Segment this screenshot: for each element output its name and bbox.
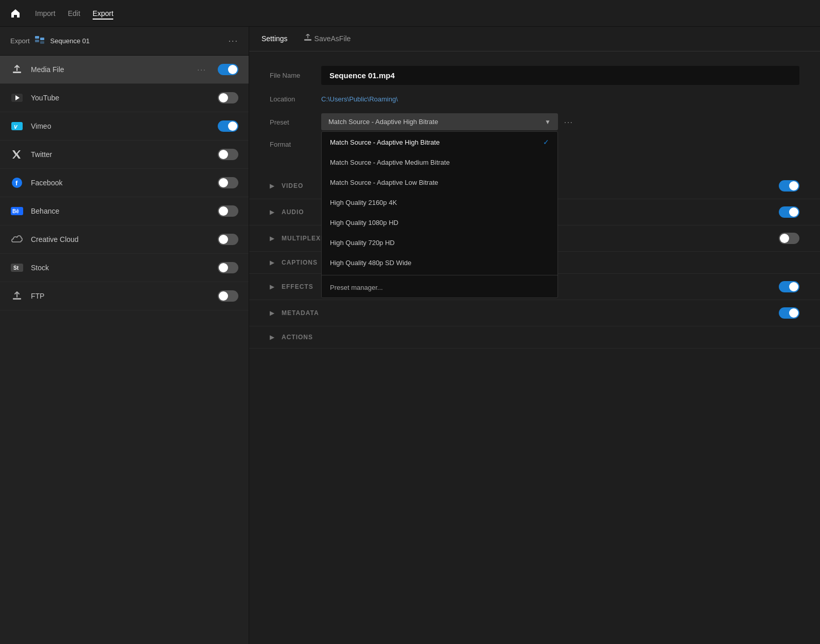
sidebar-item-behance[interactable]: Bē Behance	[0, 197, 249, 225]
twitter-icon	[10, 148, 24, 161]
preset-option-label: High Quality 1080p HD	[330, 219, 398, 227]
svg-text:f: f	[15, 179, 18, 187]
actions-section-label: ACTIONS	[282, 334, 313, 341]
sidebar-export-label: Export	[10, 37, 30, 45]
section-actions[interactable]: ▶ ACTIONS	[249, 326, 820, 349]
location-row: Location C:\Users\Public\Roaming\	[270, 95, 799, 103]
creative-cloud-toggle[interactable]	[218, 234, 238, 245]
tab-save-as-file[interactable]: SaveAsFile	[304, 34, 351, 44]
facebook-toggle[interactable]	[218, 177, 238, 188]
home-icon[interactable]	[8, 6, 23, 21]
audio-section-label: AUDIO	[282, 208, 304, 216]
preset-manager-item[interactable]: Preset manager...	[322, 277, 557, 298]
sequence-name: Sequence 01	[50, 37, 90, 45]
media-file-dots[interactable]: ···	[197, 65, 206, 74]
svg-rect-16	[304, 39, 311, 41]
effects-section-label: EFFECTS	[282, 283, 313, 290]
chevron-down-icon: ▼	[545, 118, 551, 126]
video-chevron-icon: ▶	[270, 182, 274, 189]
preset-option-adaptive-medium[interactable]: Match Source - Adaptive Medium Bitrate	[322, 152, 557, 172]
preset-option-label: Match Source - Adaptive Medium Bitrate	[330, 159, 450, 166]
preset-option-label: High Quality 2160p 4K	[330, 199, 397, 206]
audio-chevron-icon: ▶	[270, 208, 274, 216]
svg-text:St: St	[13, 265, 19, 271]
sidebar-item-ftp[interactable]: FTP	[0, 282, 249, 310]
preset-option-adaptive-low[interactable]: Match Source - Adaptive Low Bitrate	[322, 172, 557, 193]
section-metadata[interactable]: ▶ METADATA	[249, 300, 820, 326]
format-label: Format	[270, 141, 321, 148]
behance-icon: Bē	[10, 204, 24, 218]
behance-toggle[interactable]	[218, 205, 238, 217]
check-icon: ✓	[543, 138, 549, 146]
metadata-toggle[interactable]	[779, 307, 799, 319]
svg-rect-2	[40, 38, 44, 40]
svg-rect-15	[13, 298, 21, 300]
settings-form: File Name Location C:\Users\Public\Roami…	[249, 51, 820, 173]
location-link[interactable]: C:\Users\Public\Roaming\	[321, 95, 398, 103]
preset-options-dots[interactable]: ···	[564, 118, 573, 126]
svg-text:Bē: Bē	[12, 208, 19, 214]
svg-rect-4	[13, 72, 21, 73]
svg-rect-1	[35, 40, 39, 42]
media-file-label: Media File	[31, 65, 190, 74]
nav-import[interactable]: Import	[35, 7, 56, 20]
nav-edit[interactable]: Edit	[68, 7, 80, 20]
sidebar-item-media-file[interactable]: Media File ···	[0, 56, 249, 84]
preset-row: Preset Match Source - Adaptive High Bitr…	[270, 113, 799, 130]
video-toggle[interactable]	[779, 180, 799, 192]
behance-label: Behance	[31, 207, 211, 215]
ftp-label: FTP	[31, 292, 211, 300]
effects-toggle[interactable]	[779, 281, 799, 292]
metadata-section-label: METADATA	[282, 309, 319, 317]
creative-cloud-icon	[10, 233, 24, 246]
dropdown-divider	[322, 275, 557, 275]
sidebar-item-vimeo[interactable]: v Vimeo	[0, 112, 249, 141]
tab-settings[interactable]: Settings	[261, 34, 288, 44]
svg-rect-3	[40, 41, 44, 44]
preset-dropdown-trigger[interactable]: Match Source - Adaptive High Bitrate ▼	[321, 113, 558, 130]
twitter-toggle[interactable]	[218, 149, 238, 160]
audio-toggle[interactable]	[779, 206, 799, 218]
sidebar-item-twitter[interactable]: Twitter	[0, 141, 249, 169]
sidebar-header-dots[interactable]: ···	[229, 37, 238, 46]
location-value: C:\Users\Public\Roaming\	[321, 95, 799, 103]
media-file-toggle[interactable]	[218, 64, 238, 75]
save-as-label: SaveAsFile	[315, 34, 351, 43]
metadata-chevron-icon: ▶	[270, 309, 274, 317]
preset-option-720p[interactable]: High Quality 720p HD	[322, 233, 557, 253]
effects-chevron-icon: ▶	[270, 283, 274, 290]
sidebar-item-youtube[interactable]: YouTube	[0, 84, 249, 112]
stock-toggle[interactable]	[218, 262, 238, 273]
vimeo-label: Vimeo	[31, 122, 211, 130]
vimeo-toggle[interactable]	[218, 120, 238, 132]
creative-cloud-label: Creative Cloud	[31, 235, 211, 243]
actions-chevron-icon: ▶	[270, 334, 274, 341]
sequence-icon	[35, 36, 45, 46]
panel-tabs: Settings SaveAsFile	[249, 27, 820, 51]
ftp-toggle[interactable]	[218, 290, 238, 302]
stock-label: Stock	[31, 264, 211, 272]
preset-option-1080p[interactable]: High Quality 1080p HD	[322, 213, 557, 233]
svg-rect-0	[35, 36, 39, 39]
upload-icon	[10, 63, 24, 76]
youtube-icon	[10, 91, 24, 105]
multiplexer-chevron-icon: ▶	[270, 235, 274, 242]
preset-option-4k[interactable]: High Quality 2160p 4K	[322, 193, 557, 213]
preset-value: Match Source - Adaptive High Bitrate ▼ ·…	[321, 113, 799, 130]
sidebar: Export Sequence 01 ··· Media File	[0, 27, 249, 644]
main-layout: Export Sequence 01 ··· Media File	[0, 27, 820, 644]
multiplexer-toggle[interactable]	[779, 233, 799, 244]
sidebar-item-stock[interactable]: St Stock	[0, 254, 249, 282]
preset-option-adaptive-high[interactable]: Match Source - Adaptive High Bitrate ✓	[322, 132, 557, 152]
file-name-input[interactable]	[321, 66, 799, 85]
twitter-label: Twitter	[31, 150, 211, 159]
preset-option-label: Match Source - Adaptive Low Bitrate	[330, 179, 438, 186]
sidebar-item-creative-cloud[interactable]: Creative Cloud	[0, 225, 249, 254]
youtube-toggle[interactable]	[218, 92, 238, 103]
nav-export[interactable]: Export	[93, 7, 113, 20]
sidebar-item-facebook[interactable]: f Facebook	[0, 169, 249, 197]
location-label: Location	[270, 95, 321, 103]
vimeo-icon: v	[10, 119, 24, 133]
ftp-icon	[10, 289, 24, 303]
preset-option-480p[interactable]: High Quality 480p SD Wide	[322, 253, 557, 273]
